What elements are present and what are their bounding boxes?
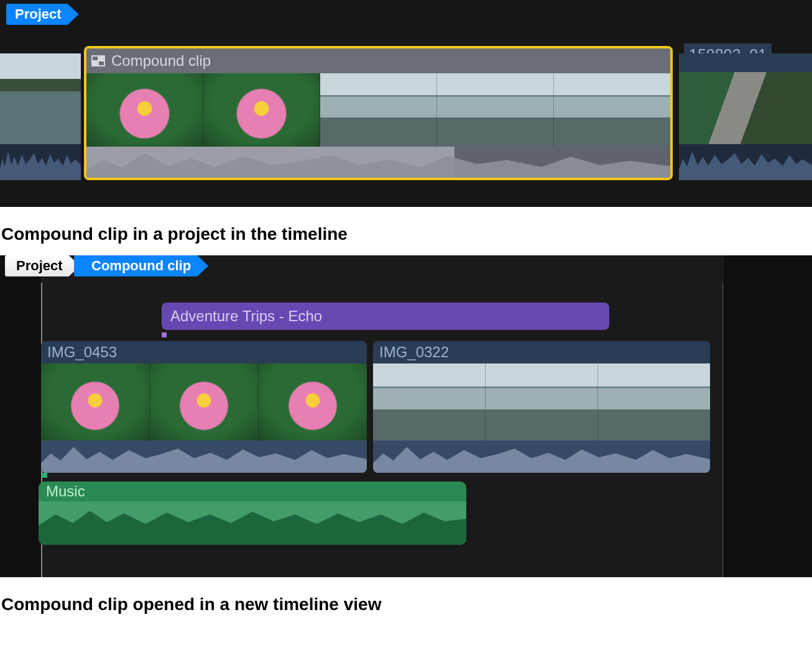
clip-thumbnails: [86, 73, 670, 147]
waveform-shape: [41, 440, 367, 473]
clip-audio-waveform: [373, 440, 710, 473]
figure-caption-1: Compound clip in a project in the timeli…: [0, 207, 812, 255]
clip-thumbnails: [679, 72, 812, 144]
clip-thumbnail: [320, 73, 437, 147]
timeline-panel-compound: Project Compound clip Adventure Trips - …: [0, 255, 812, 577]
clip-title-text: IMG_0453: [41, 341, 367, 363]
timeline-end-marker: [722, 283, 723, 577]
compound-clip-selected[interactable]: Compound clip: [84, 46, 673, 180]
clip-thumbnails: [0, 53, 81, 144]
clip-thumbnails: [41, 363, 367, 440]
video-clip-2[interactable]: IMG_0322: [373, 341, 710, 473]
figure-caption-2: Compound clip opened in a new timeline v…: [0, 577, 812, 626]
clip-thumbnail: [86, 73, 203, 147]
clip-thumbnail: [437, 73, 554, 147]
breadcrumb-compound-clip[interactable]: Compound clip: [74, 255, 208, 276]
video-clip-neighbour-right[interactable]: [679, 53, 812, 180]
clip-audio-waveform: [86, 147, 670, 180]
clip-thumbnails: [373, 363, 710, 440]
compound-clip-icon: [91, 55, 105, 66]
breadcrumb: Project: [6, 4, 79, 29]
video-clip-1[interactable]: IMG_0453: [41, 341, 367, 473]
timeline-panel-project: Project Compound clip: [0, 0, 812, 207]
waveform-shape: [373, 440, 710, 473]
clip-title-bar: Compound clip: [86, 48, 670, 73]
timeline-gutter-left: [0, 255, 41, 577]
clip-thumbnail: [203, 73, 320, 147]
clip-thumbnail: [598, 363, 710, 440]
clip-audio-waveform: [41, 440, 367, 473]
audio-clip-music[interactable]: Music: [39, 481, 466, 545]
breadcrumb: Project Compound clip: [5, 255, 208, 280]
svg-rect-2: [99, 62, 104, 65]
title-clip-connection-marker: [162, 332, 167, 337]
video-clip-neighbour-left[interactable]: [0, 53, 81, 180]
breadcrumb-project[interactable]: Project: [6, 4, 79, 25]
waveform-shape: [0, 144, 81, 180]
clip-thumbnail: [41, 363, 150, 440]
timeline-gutter-right: [724, 255, 812, 577]
clip-thumbnail: [554, 73, 670, 147]
clip-audio-waveform: [0, 144, 81, 180]
clip-audio-waveform: [39, 501, 466, 545]
title-clip[interactable]: Adventure Trips - Echo: [162, 303, 609, 330]
clip-title-text: Compound clip: [111, 52, 211, 70]
audio-clip-connection-marker: [41, 473, 47, 478]
clip-title-text: Adventure Trips - Echo: [170, 308, 322, 325]
clip-thumbnail: [679, 72, 812, 144]
primary-storyline: Compound clip 150802_01: [0, 46, 812, 180]
clip-thumbnail: [150, 363, 259, 440]
clip-thumbnail: [259, 363, 367, 440]
breadcrumb-project[interactable]: Project: [5, 255, 80, 276]
svg-rect-1: [93, 57, 98, 60]
clip-thumbnail: [373, 363, 486, 440]
primary-storyline: IMG_0453 IMG_0322: [41, 341, 710, 473]
clip-title-text: IMG_0322: [373, 341, 710, 363]
clip-title-text: Music: [39, 481, 466, 501]
clip-thumbnail: [0, 53, 81, 144]
clip-audio-waveform: [679, 144, 812, 180]
waveform-shape: [679, 144, 812, 180]
clip-thumbnail: [486, 363, 598, 440]
